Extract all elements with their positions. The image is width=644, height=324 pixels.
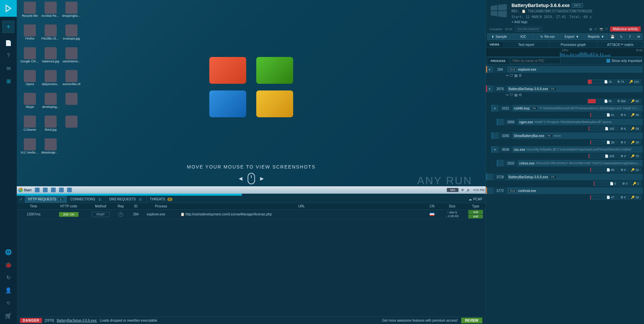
desktop-icon	[62, 116, 81, 135]
pcap-button[interactable]: ☁ PCAP	[465, 197, 486, 201]
attack-matrix-tab[interactable]: ATT&CK™ matrix	[597, 42, 644, 48]
table-body: 13397ms 200: OK POST ? 284 explorer.exe …	[17, 210, 486, 317]
nav-logout-icon[interactable]: ⎋	[5, 300, 12, 306]
network-tabs: ⤢ HTTP REQUESTS1CONNECTIONS1DNS REQUESTS…	[17, 196, 486, 203]
nav-mail-icon[interactable]: ✉	[5, 65, 12, 72]
desktop-icon: FileZilla Client	[41, 24, 60, 44]
nav-user-icon[interactable]: 👤	[5, 287, 12, 294]
taskbar: Start N/A ⚙🔊 4:01 PM	[17, 186, 486, 194]
add-button[interactable]: +	[2, 21, 14, 33]
desktop-icon: trustrape.jpg	[62, 24, 81, 44]
expand-icon[interactable]: ⤢	[17, 196, 25, 203]
desktop-icon: CCleaner	[20, 116, 40, 135]
table-header: Time HTTP code Method Rep ID Process URL…	[17, 203, 486, 210]
process-filter-input[interactable]	[510, 58, 560, 64]
desktop-icon: womenlike.rtf	[62, 70, 81, 89]
text-report-tab[interactable]: Text report	[503, 42, 550, 48]
nav-cart-icon[interactable]: 🛒	[5, 312, 12, 319]
desktop-icon: ideasturgearh...	[41, 138, 60, 158]
sample-button[interactable]: ⬇ Sample	[487, 34, 511, 40]
chevron-down-icon[interactable]: ▾	[487, 68, 492, 71]
sample-title: BatteryBarSetup-3.6.6.exe	[512, 3, 570, 8]
mouse-hint-text: MOVE YOUR MOUSE TO VIEW SCREENSHOTS	[187, 164, 316, 170]
nav-file-icon[interactable]: 📄	[5, 40, 12, 46]
mouse-icon	[248, 173, 255, 184]
desktop-icon	[62, 93, 81, 112]
logo[interactable]	[0, 0, 17, 17]
shield-icon[interactable]: 🛡	[605, 27, 608, 31]
desktop-icon: Acrobat Reader DC	[41, 2, 60, 21]
save-icon[interactable]: 💾	[608, 34, 616, 40]
reports-button[interactable]: Reports ▼	[584, 34, 608, 40]
chevron-down-icon[interactable]: ▾	[492, 148, 497, 151]
network-tab[interactable]: THREATS0	[147, 196, 176, 203]
desktop-icon: usesinteres...	[62, 47, 81, 67]
malicious-badge: Malicious activity	[610, 26, 641, 31]
process-row[interactable]: ▾3636csc.exe/noconfig /fullpaths @"C:\Us…	[491, 146, 643, 153]
info-badge[interactable]: INFO	[572, 3, 583, 7]
desktop-icon: VLC media player	[20, 138, 40, 158]
sidebar-left: + 📄 ? ✉ ⊞ 🌐 🐞 ↻ 👤 ⎋ 🛒	[0, 0, 17, 324]
process-label: PROCESS	[488, 58, 508, 64]
watermark: ANY RUN	[417, 175, 472, 187]
svg-marker-0	[6, 5, 11, 12]
process-row[interactable]: ▾284SUSexplorer.exe	[486, 66, 643, 73]
processes-graph-tab[interactable]: Processes graph	[550, 42, 597, 48]
process-row[interactable]: 3280ShowBatteryBar.exePEshow	[491, 132, 643, 139]
desktop-icon: Google Chrome	[20, 47, 40, 67]
danger-bar: DANGER [2876] BatteryBarSetup-3.6.6.exe:…	[17, 317, 486, 324]
grid-icon[interactable]: ▦	[589, 27, 592, 31]
chevron-down-icon[interactable]: ▾	[487, 87, 492, 91]
nav-globe-icon[interactable]: 🌐	[5, 249, 12, 255]
process-row[interactable]: ▾2876BatteryBarSetup-3.6.6.exePE	[486, 85, 643, 92]
desktop-icon: balances.jpg	[41, 47, 60, 67]
cpu-ram-chart: CPU RAM	[486, 48, 644, 57]
nav-windows-icon[interactable]: ⊞	[5, 78, 12, 84]
monitor-icon[interactable]: 🖵	[594, 27, 597, 31]
ioc-button[interactable]: IOC	[512, 34, 535, 40]
process-row[interactable]: ▾3332ns946.tmpPE"C:\Windows\Microsoft.NE…	[491, 105, 643, 112]
danger-badge: DANGER	[20, 318, 42, 323]
windows-logo-icon	[489, 3, 508, 19]
facebook-icon[interactable]: f	[626, 34, 634, 40]
desktop-icon: developing...	[41, 93, 60, 112]
process-row[interactable]: 3772SUSconhost.exe	[486, 187, 643, 194]
add-tags-button[interactable]: + Add tags	[512, 20, 528, 24]
desktop-icon: Firefox	[20, 24, 40, 44]
chevron-down-icon[interactable]: ▾	[492, 107, 497, 110]
nav-bug-icon[interactable]: 🐞	[5, 261, 12, 268]
process-tree: ▾284SUSexplorer.exe↪ 🛡 ▦ ⚙ 📄 1k ⚙ 74 🔑 2…	[486, 65, 644, 324]
export-button[interactable]: Export ▼	[560, 34, 584, 40]
environment-button[interactable]: ENVIRONMENT	[515, 27, 542, 31]
right-panel: BatteryBarSetup-3.6.6.exe INFO MD5: 📋 79…	[486, 0, 644, 324]
desktop-icon: shoppingbar...	[62, 2, 81, 21]
network-tab[interactable]: CONNECTIONS1	[67, 196, 106, 203]
desktop-icon: likind.jpg	[41, 116, 60, 135]
timeline[interactable]	[17, 194, 486, 196]
twitter-icon[interactable]: 𝕏	[617, 34, 625, 40]
email-icon[interactable]: ✉	[635, 34, 643, 40]
rerun-button[interactable]: ↻ Re-run	[536, 34, 559, 40]
process-row[interactable]: 2832cvtres.exe/NOLOGO /READONLY /MACHINE…	[497, 160, 643, 167]
views-label: VIEWS	[486, 42, 503, 48]
start-button: Start	[18, 188, 32, 192]
process-row[interactable]: 3728BatteryBarSetup-3.6.6.exePE	[486, 174, 643, 180]
show-important-toggle[interactable]: Show only important	[606, 59, 642, 63]
network-tab[interactable]: DNS REQUESTS1	[106, 196, 147, 203]
desktop-icon: Opera	[20, 70, 40, 89]
screenshot-viewer[interactable]: Recycle BinAcrobat Reader DCshoppingbar.…	[17, 0, 486, 194]
arrow-left-icon[interactable]: ◄	[237, 175, 244, 182]
nav-help-icon[interactable]: ?	[5, 52, 12, 59]
camera-icon[interactable]: 📷	[599, 27, 603, 31]
process-row[interactable]: 3880ngen.exeinstall "C:\Program Files\Ba…	[497, 119, 643, 125]
nav-refresh-icon[interactable]: ↻	[5, 274, 12, 281]
review-button[interactable]: REVIEW	[461, 318, 482, 323]
desktop-icon: dailysomeo...	[41, 70, 60, 89]
desktop-icon: Skype	[20, 93, 40, 112]
desktop-icon: Recycle Bin	[20, 2, 40, 21]
arrow-right-icon[interactable]: ►	[259, 175, 265, 182]
network-tab[interactable]: HTTP REQUESTS1	[25, 196, 67, 203]
table-row[interactable]: 13397ms 200: OK POST ? 284 explorer.exe …	[17, 210, 486, 219]
